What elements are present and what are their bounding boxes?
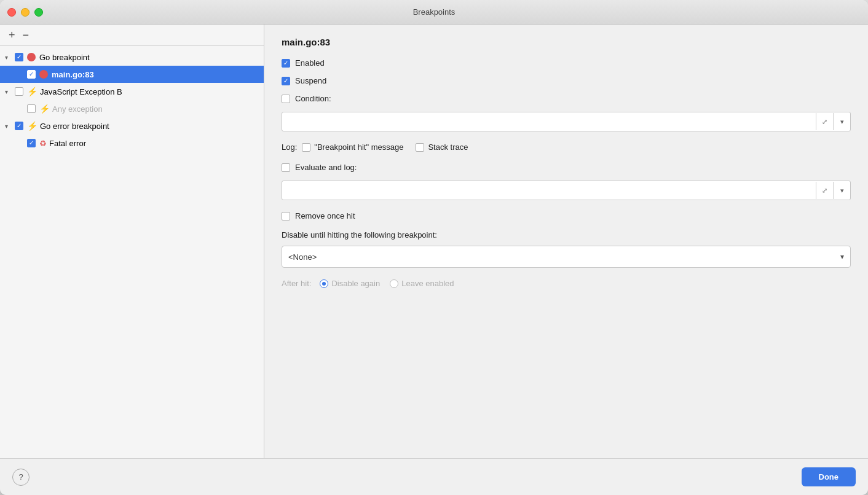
recycle-icon: ♻ bbox=[39, 139, 47, 148]
minimize-button[interactable] bbox=[21, 8, 30, 17]
breakpoints-window: Breakpoints + − ▾ Go breakpoint bbox=[0, 0, 868, 495]
main-go-83-checkbox[interactable] bbox=[27, 70, 36, 79]
go-error-checkbox[interactable] bbox=[15, 122, 23, 130]
bottom-bar: ? Done bbox=[0, 458, 868, 495]
go-breakpoint-icon bbox=[27, 53, 36, 61]
log-label: Log: bbox=[282, 142, 297, 152]
dropdown-arrow-icon: ▾ bbox=[840, 252, 844, 261]
suspend-checkbox[interactable] bbox=[282, 77, 290, 85]
close-button[interactable] bbox=[7, 8, 16, 17]
condition-checkbox[interactable] bbox=[282, 95, 290, 103]
chevron-icon: ▾ bbox=[5, 123, 15, 130]
detail-title: main.go:83 bbox=[282, 37, 851, 47]
title-bar: Breakpoints bbox=[0, 0, 868, 25]
disable-until-value: <None> bbox=[288, 252, 840, 262]
help-button[interactable]: ? bbox=[12, 469, 30, 486]
log-breakpoint-hit-label: "Breakpoint hit" message bbox=[314, 142, 403, 152]
main-go-83-row[interactable]: main.go:83 bbox=[0, 66, 264, 83]
condition-row: Condition: bbox=[282, 94, 851, 103]
add-button[interactable]: + bbox=[7, 29, 17, 41]
enabled-label: Enabled bbox=[295, 58, 325, 68]
js-exception-checkbox[interactable] bbox=[15, 87, 23, 96]
fatal-error-label: Fatal error bbox=[49, 139, 259, 148]
log-stack-trace-checkbox[interactable] bbox=[416, 143, 424, 152]
evaluate-dropdown-icon[interactable]: ▾ bbox=[833, 182, 850, 199]
remove-once-hit-row: Remove once hit bbox=[282, 211, 851, 220]
condition-input[interactable] bbox=[282, 115, 816, 129]
disable-until-dropdown[interactable]: <None> ▾ bbox=[282, 246, 851, 268]
go-breakpoint-row[interactable]: ▾ Go breakpoint bbox=[0, 49, 264, 66]
fatal-error-row[interactable]: ♻ Fatal error bbox=[0, 134, 264, 152]
leave-enabled-label: Leave enabled bbox=[401, 279, 454, 288]
remove-once-hit-checkbox[interactable] bbox=[282, 212, 290, 220]
done-button[interactable]: Done bbox=[802, 467, 856, 486]
content-area: + − ▾ Go breakpoint bbox=[0, 25, 868, 458]
log-stack-trace-label: Stack trace bbox=[428, 142, 468, 152]
evaluate-input[interactable] bbox=[282, 184, 816, 198]
main-go-83-icon bbox=[39, 70, 48, 79]
go-breakpoint-checkbox[interactable] bbox=[15, 53, 23, 61]
expand-icon[interactable]: ⤢ bbox=[816, 113, 833, 130]
suspend-label: Suspend bbox=[295, 76, 326, 85]
enabled-row: Enabled bbox=[282, 58, 851, 68]
leave-enabled-option[interactable]: Leave enabled bbox=[390, 279, 454, 288]
any-exception-label: Any exception bbox=[52, 104, 259, 114]
chevron-icon: ▾ bbox=[5, 54, 15, 61]
right-panel: main.go:83 Enabled Suspend Condition: ⤢ … bbox=[264, 25, 868, 458]
after-hit-radio-group: Disable again Leave enabled bbox=[320, 279, 454, 288]
js-exception-label: JavaScript Exception B bbox=[40, 87, 259, 96]
condition-label: Condition: bbox=[295, 94, 331, 103]
go-error-row[interactable]: ▾ ⚡ Go error breakpoint bbox=[0, 117, 264, 134]
condition-input-row: ⤢ ▾ bbox=[282, 112, 851, 131]
breakpoint-list: ▾ Go breakpoint main.go:83 bbox=[0, 46, 264, 458]
go-error-label: Go error breakpoint bbox=[40, 122, 259, 131]
lightning-icon: ⚡ bbox=[27, 87, 37, 96]
fatal-error-checkbox[interactable] bbox=[27, 139, 36, 147]
go-error-group: ▾ ⚡ Go error breakpoint ♻ Fatal error bbox=[0, 117, 264, 152]
disable-again-option[interactable]: Disable again bbox=[320, 279, 380, 288]
any-exception-row[interactable]: ⚡ Any exception bbox=[0, 100, 264, 117]
evaluate-expand-icon[interactable]: ⤢ bbox=[816, 182, 833, 199]
log-breakpoint-hit-checkbox[interactable] bbox=[302, 143, 310, 152]
after-hit-label: After hit: bbox=[282, 279, 311, 288]
window-title: Breakpoints bbox=[413, 7, 456, 17]
remove-once-hit-label: Remove once hit bbox=[295, 211, 355, 220]
enabled-checkbox[interactable] bbox=[282, 59, 290, 68]
log-stack-trace-group: Stack trace bbox=[416, 142, 468, 152]
go-breakpoint-label: Go breakpoint bbox=[39, 53, 259, 62]
lightning-icon: ⚡ bbox=[27, 121, 37, 131]
disable-again-radio[interactable] bbox=[320, 279, 328, 288]
left-panel: + − ▾ Go breakpoint bbox=[0, 25, 264, 458]
any-exception-checkbox[interactable] bbox=[27, 104, 36, 113]
log-row: Log: "Breakpoint hit" message Stack trac… bbox=[282, 142, 851, 152]
evaluate-input-row: ⤢ ▾ bbox=[282, 181, 851, 200]
js-exception-group: ▾ ⚡ JavaScript Exception B ⚡ Any excepti… bbox=[0, 83, 264, 117]
after-hit-row: After hit: Disable again Leave enabled bbox=[282, 279, 851, 288]
disable-again-label: Disable again bbox=[331, 279, 380, 288]
remove-button[interactable]: − bbox=[22, 29, 31, 41]
leave-enabled-radio[interactable] bbox=[390, 279, 398, 288]
evaluate-label: Evaluate and log: bbox=[295, 163, 357, 172]
lightning-orange-icon: ⚡ bbox=[39, 104, 50, 114]
js-exception-row[interactable]: ▾ ⚡ JavaScript Exception B bbox=[0, 83, 264, 100]
dropdown-icon[interactable]: ▾ bbox=[833, 113, 850, 130]
disable-until-label: Disable until hitting the following brea… bbox=[282, 230, 851, 240]
maximize-button[interactable] bbox=[34, 8, 43, 17]
evaluate-row: Evaluate and log: bbox=[282, 163, 851, 172]
go-breakpoint-group: ▾ Go breakpoint main.go:83 bbox=[0, 49, 264, 83]
traffic-lights bbox=[7, 8, 43, 17]
evaluate-checkbox[interactable] bbox=[282, 163, 290, 172]
toolbar: + − bbox=[0, 25, 264, 46]
chevron-icon: ▾ bbox=[5, 88, 15, 95]
main-go-83-label: main.go:83 bbox=[52, 70, 259, 79]
suspend-row: Suspend bbox=[282, 76, 851, 85]
log-breakpoint-hit-group: "Breakpoint hit" message bbox=[302, 142, 403, 152]
